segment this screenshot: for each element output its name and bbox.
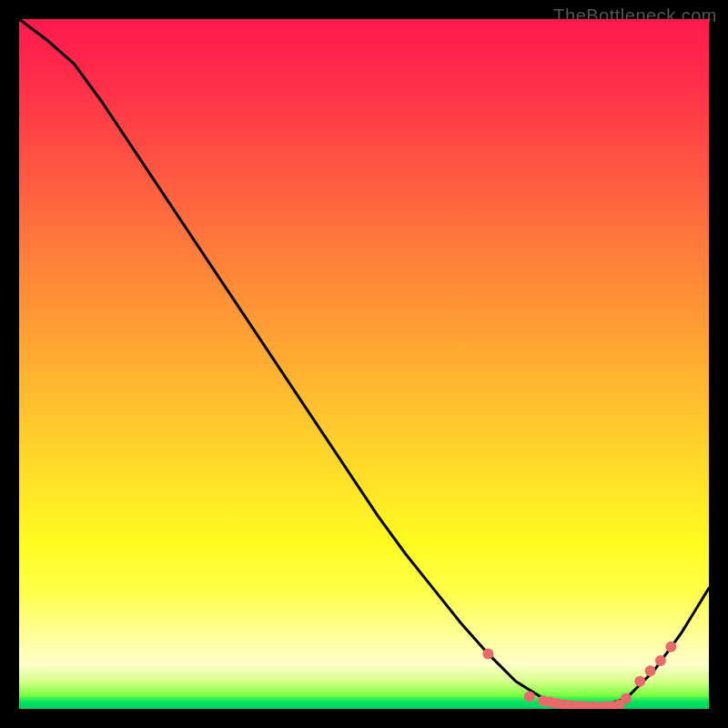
plot-background — [19, 19, 709, 709]
chart-container: TheBottleneck.com — [0, 0, 728, 728]
